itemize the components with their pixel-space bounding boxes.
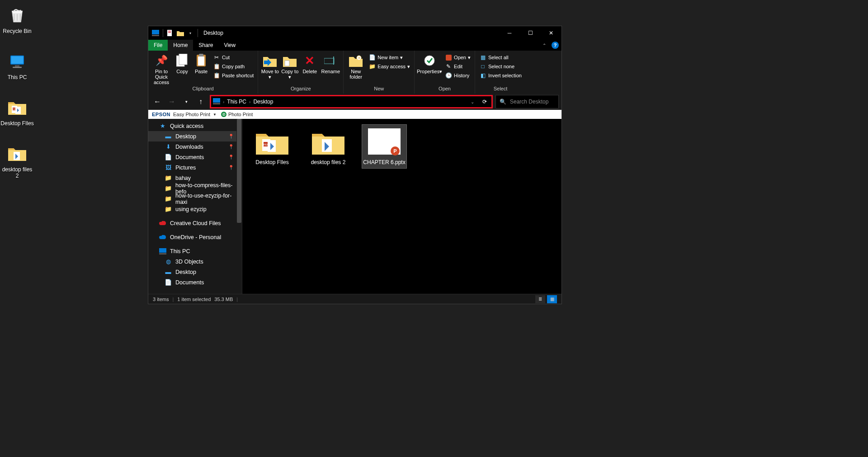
maximize-button[interactable]: ☐ <box>520 26 541 40</box>
desktop-icon-label: Recycle Bin <box>0 28 34 34</box>
address-bar[interactable]: ›This PC ›Desktop ⌄ ⟳ <box>210 95 493 108</box>
ribbon: 📌 Pin to Quick access Copy Paste ✂Cut 📋C… <box>148 51 561 94</box>
qat-properties-icon[interactable] <box>167 29 174 37</box>
nav-back-button[interactable]: ← <box>151 95 164 108</box>
view-details-button[interactable]: ≣ <box>535 295 545 303</box>
select-all-button[interactable]: ▦Select all <box>478 53 523 61</box>
photo-print-button[interactable]: ⦿ Photo Print <box>221 112 253 117</box>
delete-button[interactable]: ✕ Delete <box>301 52 319 74</box>
history-button[interactable]: 🕒History <box>443 71 472 80</box>
desktop-icon-this-pc[interactable]: This PC <box>0 51 34 80</box>
move-to-button[interactable]: Move to ▾ <box>261 52 279 80</box>
nav-this-pc[interactable]: This PC <box>148 246 242 256</box>
tab-share[interactable]: Share <box>193 40 218 51</box>
cloud-icon <box>159 234 166 241</box>
invert-selection-icon: ◧ <box>479 72 486 79</box>
nav-thispc-desktop[interactable]: ▬Desktop <box>148 267 242 277</box>
address-row: ← → ▾ ↑ ›This PC ›Desktop ⌄ ⟳ 🔍 Search D… <box>148 94 561 110</box>
qat-folder-icon[interactable] <box>177 29 184 37</box>
edit-button[interactable]: ✎Edit <box>443 62 472 71</box>
nav-onedrive[interactable]: OneDrive - Personal <box>148 232 242 242</box>
monitor-icon <box>159 248 166 255</box>
pictures-icon: 🖼 <box>165 164 172 171</box>
qat-dropdown-icon[interactable]: ▾ <box>187 29 194 37</box>
svg-point-24 <box>425 56 434 66</box>
ribbon-tabrow: File Home Share View ⌃ ? <box>148 40 561 51</box>
svg-rect-12 <box>168 31 171 32</box>
status-bar: 3 items | 1 item selected 35.3 MB | ≣ ▦ <box>148 294 561 304</box>
svg-text:P: P <box>393 148 396 154</box>
cube-icon: ◍ <box>165 258 172 265</box>
nav-creative-cloud[interactable]: Creative Cloud Files <box>148 218 242 228</box>
pin-quick-access-button[interactable]: 📌 Pin to Quick access <box>151 52 172 85</box>
desktop-icon-folder[interactable]: desktop files 2 <box>0 143 34 179</box>
select-none-button[interactable]: □Select none <box>478 62 523 71</box>
new-folder-button[interactable]: ✦ New folder <box>346 52 365 80</box>
chevron-right-icon: › <box>249 99 250 104</box>
easy-access-button[interactable]: 📁Easy access ▾ <box>367 62 411 71</box>
rename-button[interactable]: Rename <box>321 52 340 74</box>
file-item-folder[interactable]: PDF Desktop FIles <box>250 124 295 169</box>
status-selected-size: 35.3 MB <box>214 297 233 302</box>
chevron-down-icon[interactable]: ▼ <box>213 113 217 117</box>
nav-pinned-desktop[interactable]: ▬Desktop📍 <box>148 131 242 141</box>
nav-thispc-documents[interactable]: 📄Documents <box>148 277 242 287</box>
tab-view[interactable]: View <box>218 40 241 51</box>
tab-file[interactable]: File <box>148 40 168 51</box>
nav-recent-folder[interactable]: 📁how-to-use-ezyzip-for-maxi <box>148 193 242 204</box>
breadcrumb-this-pc[interactable]: This PC <box>227 99 246 105</box>
new-item-button[interactable]: 📄New item ▾ <box>367 53 411 61</box>
copy-button[interactable]: Copy <box>174 52 191 74</box>
file-item-pptx[interactable]: P CHAPTER 6.pptx <box>362 124 407 169</box>
properties-button[interactable]: Properties▾ <box>417 52 442 74</box>
svg-rect-26 <box>213 103 220 104</box>
status-selected-count: 1 item selected <box>177 297 211 302</box>
search-input[interactable]: 🔍 Search Desktop <box>495 95 559 108</box>
nav-pinned-pictures[interactable]: 🖼Pictures📍 <box>148 162 242 173</box>
svg-rect-2 <box>15 65 19 66</box>
view-large-icons-button[interactable]: ▦ <box>547 295 557 303</box>
open-button[interactable]: Open ▾ <box>443 53 472 61</box>
folder-icon <box>310 127 346 156</box>
invert-selection-button[interactable]: ◧Invert selection <box>478 71 523 80</box>
close-button[interactable]: ✕ <box>541 26 561 40</box>
nav-pinned-downloads[interactable]: ⬇Downloads📍 <box>148 141 242 152</box>
nav-quick-access[interactable]: ★Quick access <box>148 121 242 131</box>
new-folder-icon: ✦ <box>349 53 363 68</box>
nav-pinned-documents[interactable]: 📄Documents📍 <box>148 152 242 162</box>
nav-up-button[interactable]: ↑ <box>194 95 207 108</box>
svg-rect-19 <box>285 61 289 66</box>
epson-logo: EPSON <box>152 112 170 117</box>
copy-icon <box>175 53 189 68</box>
svg-rect-3 <box>13 67 22 68</box>
copy-to-button[interactable]: Copy to ▾ <box>281 52 299 80</box>
navpane-scrollbar[interactable] <box>236 119 242 294</box>
desktop-icon: ▬ <box>165 133 172 140</box>
desktop-icon-recycle-bin[interactable]: Recycle Bin <box>0 5 34 34</box>
tab-home[interactable]: Home <box>168 40 193 51</box>
nav-thispc-3d-objects[interactable]: ◍3D Objects <box>148 256 242 267</box>
ribbon-group-organize: Move to ▾ Copy to ▾ ✕ Delete Rename Orga… <box>258 51 344 94</box>
desktop-icon-folder[interactable]: PDF Desktop FIles <box>0 97 34 127</box>
breadcrumb-desktop[interactable]: Desktop <box>253 99 273 105</box>
ribbon-group-select: ▦Select all □Select none ◧Invert selecti… <box>475 51 526 94</box>
minimize-button[interactable]: ─ <box>499 26 520 40</box>
paste-shortcut-button[interactable]: 📋Paste shortcut <box>212 71 255 80</box>
file-list[interactable]: PDF Desktop FIles desktop files 2 P CHAP… <box>242 119 561 294</box>
star-icon: ★ <box>159 122 166 130</box>
file-item-folder[interactable]: desktop files 2 <box>306 124 351 169</box>
paste-button[interactable]: Paste <box>193 52 210 74</box>
address-dropdown-button[interactable]: ⌄ <box>468 99 477 104</box>
cut-button[interactable]: ✂Cut <box>212 53 255 61</box>
nav-recent-dropdown[interactable]: ▾ <box>180 95 193 108</box>
nav-recent-folder[interactable]: 📁using ezyzip <box>148 204 242 214</box>
nav-forward-button[interactable]: → <box>165 95 178 108</box>
minimize-ribbon-button[interactable]: ⌃ <box>540 43 549 48</box>
help-button[interactable]: ? <box>549 42 561 49</box>
svg-rect-17 <box>198 57 204 66</box>
copy-path-button[interactable]: 📋Copy path <box>212 62 255 71</box>
pin-icon: 📍 <box>228 155 234 160</box>
refresh-button[interactable]: ⟳ <box>480 99 490 105</box>
folder-icon: PDF <box>254 127 290 156</box>
explorer-window: ▾ Desktop ─ ☐ ✕ File Home Share View ⌃ ?… <box>148 26 561 304</box>
